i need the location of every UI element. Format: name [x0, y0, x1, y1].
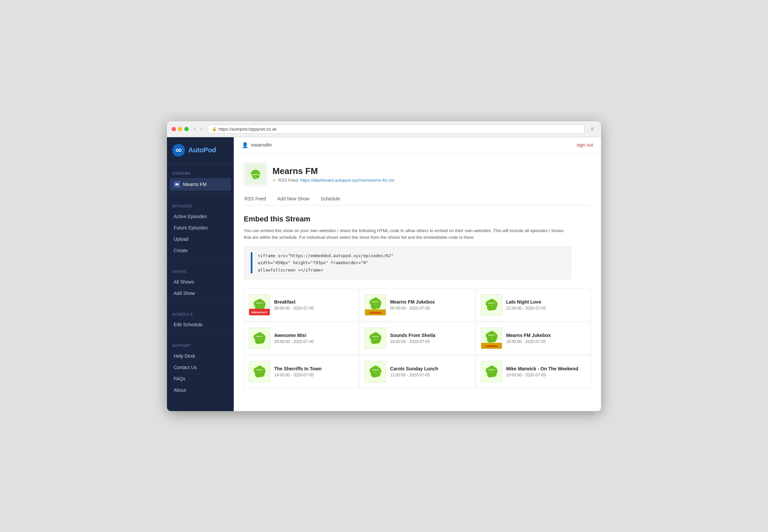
- embed-code[interactable]: <iframe src="https://embedded.autopod.xy…: [258, 252, 393, 274]
- svg-text:mearns: mearns: [488, 302, 495, 304]
- station-header: mearns fm Mearns FM ≃ RSS Feed https://d…: [244, 163, 591, 186]
- svg-point-0: [176, 149, 179, 151]
- streams-section: STREAMS Mearns FM: [167, 170, 234, 191]
- show-card-sounds-sheila[interactable]: mearns fm Sounds From Sheila 18:00:00 - …: [360, 322, 475, 355]
- episodes-section: EPISODES Active Episodes Future Episodes…: [167, 203, 234, 256]
- help-desk-label: Help Desk: [174, 353, 195, 359]
- sidebar: AutoPod STREAMS Mearns FM EPISODES Activ…: [167, 137, 234, 411]
- show-thumb-breakfast: mearns fm BREAKFAST: [249, 294, 270, 316]
- create-label: Create: [174, 248, 188, 253]
- sidebar-item-upload[interactable]: Upload: [170, 233, 231, 245]
- show-title: Mearns FM Jukebox: [390, 299, 435, 305]
- show-info-awesome80s: Awesome 80s! 20:00:00 - 2020-07-05: [274, 333, 314, 344]
- tab-rss-feed[interactable]: RSS Feed: [244, 193, 267, 205]
- sidebar-item-about[interactable]: About: [170, 384, 231, 396]
- show-title: Awesome 80s!: [274, 333, 314, 338]
- support-label: SUPPORT: [170, 343, 231, 350]
- show-card-mike-marwick[interactable]: mearns fm Mike Marwick - On The Weekend …: [476, 355, 591, 388]
- show-title: Carols Sunday Lunch: [390, 366, 438, 371]
- embed-description: You can embed this show on your own webs…: [244, 227, 571, 241]
- show-card-late-night[interactable]: mearns fm Late Night Love 22:00:00 - 202…: [476, 289, 591, 321]
- address-bar[interactable]: 🔒 https://autopod.hippynet.co.uk: [208, 125, 585, 134]
- shows-section: SHOWS All Shows Add Show: [167, 269, 234, 299]
- show-title: Mike Marwick - On The Weekend: [506, 366, 578, 371]
- browser-menu-button[interactable]: ≡: [588, 125, 596, 133]
- show-time: 14:00:00 - 2020-07-05: [274, 373, 322, 377]
- maximize-button[interactable]: [184, 127, 189, 131]
- minimize-button[interactable]: [178, 127, 182, 131]
- rss-feed-label: RSS Feed: [278, 178, 298, 183]
- show-card-sherriffs[interactable]: mearns fm The Sherriffs In Town 14:00:00…: [244, 355, 359, 388]
- show-info-jukebox2: Mearns FM Jukebox 16:00:00 - 2020-07-05: [506, 333, 551, 344]
- svg-text:fm: fm: [491, 371, 492, 373]
- svg-text:mearns: mearns: [251, 173, 260, 176]
- station-name: Mearns FM: [272, 166, 394, 176]
- rss-feed-icon: ≃: [272, 178, 276, 183]
- svg-text:mearns: mearns: [256, 369, 263, 371]
- signout-link[interactable]: sign out: [577, 142, 593, 148]
- show-time: 12:00:00 - 2020-07-05: [390, 373, 438, 377]
- show-thumb-sounds-sheila: mearns fm: [365, 328, 386, 349]
- sidebar-item-help-desk[interactable]: Help Desk: [170, 350, 231, 362]
- show-time: 08:00:00 - 2020-07-06: [274, 306, 314, 311]
- user-icon: 👤: [242, 142, 248, 148]
- logo-icon: [172, 144, 185, 157]
- show-card-carols[interactable]: mearns fm Carols Sunday Lunch 12:00:00 -…: [360, 355, 475, 388]
- svg-text:mearns: mearns: [256, 335, 263, 337]
- sidebar-item-active-episodes[interactable]: Active Episodes: [170, 211, 231, 222]
- show-title: Sounds From Sheila: [390, 333, 435, 338]
- sidebar-item-edit-schedule[interactable]: Edit Schedule: [170, 319, 231, 330]
- back-button[interactable]: ‹: [192, 125, 198, 133]
- schedule-label: SCHEDULE: [170, 311, 231, 319]
- sidebar-item-add-show[interactable]: Add Show: [170, 288, 231, 299]
- episodes-label: EPISODES: [170, 203, 231, 211]
- svg-text:fm: fm: [254, 176, 256, 178]
- active-episodes-label: Active Episodes: [174, 214, 207, 219]
- tab-schedule[interactable]: Schedule: [320, 193, 341, 205]
- show-card-jukebox2[interactable]: mearns fm JUKEBOX Mearns FM Jukebox 16:0…: [476, 322, 591, 355]
- tab-add-new-show[interactable]: Add New Show: [277, 193, 310, 205]
- topbar: 👤 mearnsfm sign out: [234, 137, 601, 153]
- show-title: Mearns FM Jukebox: [506, 333, 551, 338]
- rss-url-link[interactable]: https://dashboard.autopod.xyz/rss/mearns…: [300, 178, 394, 183]
- show-thumb-mike-marwick: mearns fm: [481, 361, 502, 382]
- page-content: mearns fm Mearns FM ≃ RSS Feed https://d…: [234, 153, 601, 397]
- show-info-breakfast: Breakfast 08:00:00 - 2020-07-06: [274, 299, 314, 311]
- embed-code-line2: width="450px" height="793px" frameborder…: [258, 259, 393, 266]
- show-card-awesome80s[interactable]: mearns fm Awesome 80s! 20:00:00 - 2020-0…: [244, 322, 359, 355]
- show-thumb-jukebox1: mearns fm JUKEBOX: [365, 294, 386, 316]
- traffic-lights: [172, 127, 189, 131]
- show-card-breakfast[interactable]: mearns fm BREAKFAST Breakfast 08:00:00 -…: [244, 289, 359, 321]
- show-card-jukebox1[interactable]: mearns fm JUKEBOX Mearns FM Jukebox 05:0…: [360, 289, 475, 321]
- show-info-carols: Carols Sunday Lunch 12:00:00 - 2020-07-0…: [390, 366, 438, 377]
- shows-label: SHOWS: [170, 269, 231, 276]
- show-thumb-sherriffs: mearns fm: [249, 361, 270, 382]
- show-time: 22:00:00 - 2020-07-05: [506, 306, 546, 311]
- close-button[interactable]: [172, 127, 176, 131]
- show-time: 10:00:00 - 2020-07-05: [506, 373, 578, 377]
- svg-text:fm: fm: [259, 338, 260, 340]
- sidebar-logo: AutoPod: [167, 137, 234, 164]
- show-thumb-awesome80s: mearns fm: [249, 328, 270, 349]
- about-label: About: [174, 387, 186, 393]
- main-content: 👤 mearnsfm sign out: [234, 137, 601, 411]
- svg-rect-2: [175, 183, 179, 185]
- svg-text:fm: fm: [491, 337, 492, 338]
- sidebar-item-faqs[interactable]: FAQs: [170, 373, 231, 384]
- show-info-late-night: Late Night Love 22:00:00 - 2020-07-05: [506, 299, 546, 311]
- lock-icon: 🔒: [212, 127, 217, 131]
- all-shows-label: All Shows: [174, 279, 194, 285]
- sidebar-item-future-episodes[interactable]: Future Episodes: [170, 222, 231, 233]
- station-info: Mearns FM ≃ RSS Feed https://dashboard.a…: [272, 166, 394, 183]
- url-text: https://autopod.hippynet.co.uk: [219, 127, 276, 132]
- svg-text:fm: fm: [259, 371, 260, 373]
- forward-button[interactable]: ›: [198, 125, 204, 133]
- sidebar-item-contact-us[interactable]: Contact Us: [170, 362, 231, 373]
- show-time: 18:00:00 - 2020-07-05: [390, 339, 435, 344]
- svg-text:mearns: mearns: [372, 301, 379, 303]
- sidebar-item-create[interactable]: Create: [170, 245, 231, 256]
- svg-text:fm: fm: [491, 305, 492, 306]
- sidebar-item-mearns-fm[interactable]: Mearns FM: [170, 178, 231, 191]
- svg-text:mearns: mearns: [256, 302, 263, 304]
- sidebar-item-all-shows[interactable]: All Shows: [170, 276, 231, 288]
